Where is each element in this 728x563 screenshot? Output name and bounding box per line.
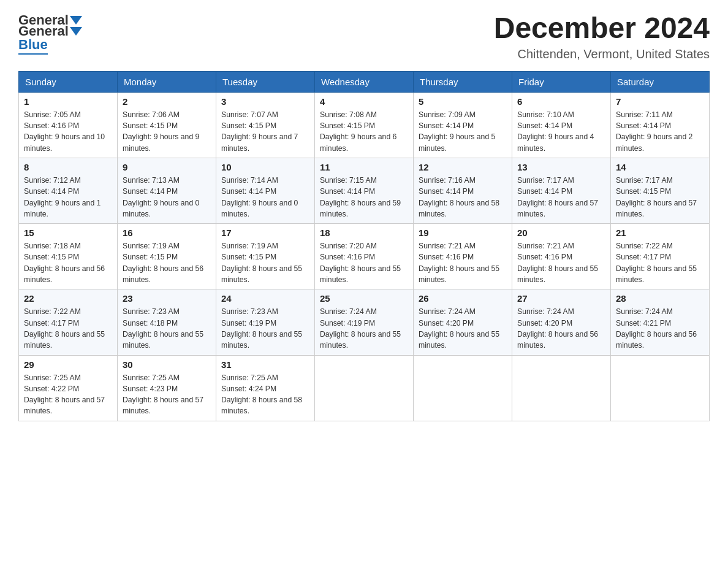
calendar-day-cell: 13 Sunrise: 7:17 AM Sunset: 4:14 PM Dayl…: [512, 158, 611, 223]
day-info: Sunrise: 7:18 AM Sunset: 4:15 PM Dayligh…: [24, 240, 112, 285]
calendar-day-cell: 27 Sunrise: 7:24 AM Sunset: 4:20 PM Dayl…: [512, 289, 611, 355]
header-saturday: Saturday: [611, 71, 710, 92]
day-info: Sunrise: 7:24 AM Sunset: 4:19 PM Dayligh…: [320, 306, 408, 351]
day-number: 6: [517, 96, 605, 107]
day-info: Sunrise: 7:23 AM Sunset: 4:18 PM Dayligh…: [123, 306, 211, 351]
calendar-day-cell: 9 Sunrise: 7:13 AM Sunset: 4:14 PM Dayli…: [118, 158, 216, 223]
day-number: 2: [123, 96, 211, 107]
day-number: 11: [320, 162, 408, 172]
day-number: 30: [123, 359, 211, 370]
header-wednesday: Wednesday: [315, 71, 414, 92]
day-info: Sunrise: 7:25 AM Sunset: 4:22 PM Dayligh…: [24, 372, 112, 417]
calendar-day-cell: 26 Sunrise: 7:24 AM Sunset: 4:20 PM Dayl…: [414, 289, 512, 355]
calendar-week-row: 22 Sunrise: 7:22 AM Sunset: 4:17 PM Dayl…: [19, 289, 710, 355]
day-info: Sunrise: 7:05 AM Sunset: 4:16 PM Dayligh…: [24, 109, 112, 154]
calendar-day-cell: 10 Sunrise: 7:14 AM Sunset: 4:14 PM Dayl…: [216, 158, 315, 223]
day-number: 16: [123, 228, 211, 238]
calendar-day-cell: 18 Sunrise: 7:20 AM Sunset: 4:16 PM Dayl…: [315, 224, 414, 289]
day-number: 18: [320, 228, 408, 238]
calendar-day-cell: [611, 355, 710, 421]
calendar-day-cell: 7 Sunrise: 7:11 AM Sunset: 4:14 PM Dayli…: [611, 92, 710, 158]
calendar-day-cell: [315, 355, 414, 421]
day-info: Sunrise: 7:09 AM Sunset: 4:14 PM Dayligh…: [419, 109, 507, 154]
day-number: 19: [419, 228, 507, 238]
calendar-day-cell: 29 Sunrise: 7:25 AM Sunset: 4:22 PM Dayl…: [19, 355, 118, 421]
calendar-day-cell: 30 Sunrise: 7:25 AM Sunset: 4:23 PM Dayl…: [118, 355, 216, 421]
day-info: Sunrise: 7:07 AM Sunset: 4:15 PM Dayligh…: [221, 109, 309, 154]
day-info: Sunrise: 7:24 AM Sunset: 4:21 PM Dayligh…: [616, 306, 704, 351]
day-number: 27: [517, 293, 605, 304]
calendar-day-cell: 8 Sunrise: 7:12 AM Sunset: 4:14 PM Dayli…: [19, 158, 118, 223]
day-info: Sunrise: 7:06 AM Sunset: 4:15 PM Dayligh…: [123, 109, 211, 154]
day-number: 20: [517, 228, 605, 238]
calendar-day-cell: 12 Sunrise: 7:16 AM Sunset: 4:14 PM Dayl…: [414, 158, 512, 223]
day-number: 4: [320, 96, 408, 107]
day-info: Sunrise: 7:21 AM Sunset: 4:16 PM Dayligh…: [419, 240, 507, 285]
day-info: Sunrise: 7:24 AM Sunset: 4:20 PM Dayligh…: [517, 306, 605, 351]
day-number: 8: [24, 162, 112, 172]
logo-blue-text: Blue: [18, 37, 48, 55]
calendar-day-cell: 15 Sunrise: 7:18 AM Sunset: 4:15 PM Dayl…: [19, 224, 118, 289]
header-monday: Monday: [118, 71, 216, 92]
calendar-day-cell: 25 Sunrise: 7:24 AM Sunset: 4:19 PM Dayl…: [315, 289, 414, 355]
day-info: Sunrise: 7:19 AM Sunset: 4:15 PM Dayligh…: [221, 240, 309, 285]
day-info: Sunrise: 7:14 AM Sunset: 4:14 PM Dayligh…: [221, 175, 309, 220]
day-number: 13: [517, 162, 605, 172]
day-number: 24: [221, 293, 309, 304]
day-info: Sunrise: 7:13 AM Sunset: 4:14 PM Dayligh…: [123, 175, 211, 220]
day-number: 21: [616, 228, 704, 238]
day-info: Sunrise: 7:25 AM Sunset: 4:24 PM Dayligh…: [221, 372, 309, 417]
month-title: December 2024: [494, 12, 710, 45]
day-number: 23: [123, 293, 211, 304]
calendar-day-cell: 21 Sunrise: 7:22 AM Sunset: 4:17 PM Dayl…: [611, 224, 710, 289]
day-info: Sunrise: 7:11 AM Sunset: 4:14 PM Dayligh…: [616, 109, 704, 154]
day-number: 26: [419, 293, 507, 304]
calendar-day-cell: 17 Sunrise: 7:19 AM Sunset: 4:15 PM Dayl…: [216, 224, 315, 289]
logo-chevron-icon: [70, 27, 82, 36]
day-number: 7: [616, 96, 704, 107]
day-info: Sunrise: 7:12 AM Sunset: 4:14 PM Dayligh…: [24, 175, 112, 220]
day-number: 28: [616, 293, 704, 304]
calendar-day-cell: 5 Sunrise: 7:09 AM Sunset: 4:14 PM Dayli…: [414, 92, 512, 158]
calendar-day-cell: 28 Sunrise: 7:24 AM Sunset: 4:21 PM Dayl…: [611, 289, 710, 355]
header-sunday: Sunday: [19, 71, 118, 92]
header: General General Blue December 2024 Chitt…: [18, 12, 710, 61]
header-friday: Friday: [512, 71, 611, 92]
calendar-day-cell: 23 Sunrise: 7:23 AM Sunset: 4:18 PM Dayl…: [118, 289, 216, 355]
calendar-day-cell: 4 Sunrise: 7:08 AM Sunset: 4:15 PM Dayli…: [315, 92, 414, 158]
calendar-day-cell: [414, 355, 512, 421]
day-info: Sunrise: 7:23 AM Sunset: 4:19 PM Dayligh…: [221, 306, 309, 351]
calendar-day-cell: 31 Sunrise: 7:25 AM Sunset: 4:24 PM Dayl…: [216, 355, 315, 421]
calendar-week-row: 8 Sunrise: 7:12 AM Sunset: 4:14 PM Dayli…: [19, 158, 710, 223]
calendar-day-cell: 6 Sunrise: 7:10 AM Sunset: 4:14 PM Dayli…: [512, 92, 611, 158]
day-info: Sunrise: 7:17 AM Sunset: 4:14 PM Dayligh…: [517, 175, 605, 220]
calendar-week-row: 15 Sunrise: 7:18 AM Sunset: 4:15 PM Dayl…: [19, 224, 710, 289]
day-number: 17: [221, 228, 309, 238]
calendar-table: Sunday Monday Tuesday Wednesday Thursday…: [18, 71, 710, 421]
header-tuesday: Tuesday: [216, 71, 315, 92]
day-number: 29: [24, 359, 112, 370]
day-number: 10: [221, 162, 309, 172]
day-info: Sunrise: 7:20 AM Sunset: 4:16 PM Dayligh…: [320, 240, 408, 285]
day-number: 12: [419, 162, 507, 172]
day-info: Sunrise: 7:22 AM Sunset: 4:17 PM Dayligh…: [24, 306, 112, 351]
calendar-week-row: 1 Sunrise: 7:05 AM Sunset: 4:16 PM Dayli…: [19, 92, 710, 158]
day-number: 25: [320, 293, 408, 304]
calendar-day-cell: 22 Sunrise: 7:22 AM Sunset: 4:17 PM Dayl…: [19, 289, 118, 355]
day-info: Sunrise: 7:19 AM Sunset: 4:15 PM Dayligh…: [123, 240, 211, 285]
day-number: 22: [24, 293, 112, 304]
day-info: Sunrise: 7:24 AM Sunset: 4:20 PM Dayligh…: [419, 306, 507, 351]
day-info: Sunrise: 7:15 AM Sunset: 4:14 PM Dayligh…: [320, 175, 408, 220]
calendar-day-cell: 19 Sunrise: 7:21 AM Sunset: 4:16 PM Dayl…: [414, 224, 512, 289]
day-info: Sunrise: 7:25 AM Sunset: 4:23 PM Dayligh…: [123, 372, 211, 417]
day-number: 9: [123, 162, 211, 172]
day-info: Sunrise: 7:17 AM Sunset: 4:15 PM Dayligh…: [616, 175, 704, 220]
calendar-day-cell: 1 Sunrise: 7:05 AM Sunset: 4:16 PM Dayli…: [19, 92, 118, 158]
day-number: 31: [221, 359, 309, 370]
day-number: 5: [419, 96, 507, 107]
day-number: 1: [24, 96, 112, 107]
header-thursday: Thursday: [414, 71, 512, 92]
calendar-day-cell: 20 Sunrise: 7:21 AM Sunset: 4:16 PM Dayl…: [512, 224, 611, 289]
day-info: Sunrise: 7:22 AM Sunset: 4:17 PM Dayligh…: [616, 240, 704, 285]
calendar-day-cell: 16 Sunrise: 7:19 AM Sunset: 4:15 PM Dayl…: [118, 224, 216, 289]
